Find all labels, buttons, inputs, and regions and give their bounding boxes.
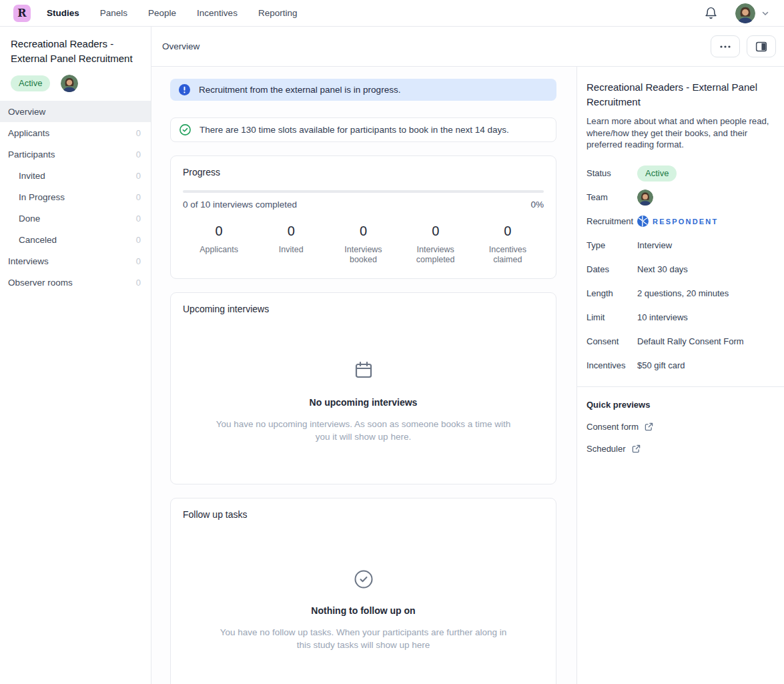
sidebar-item-done[interactable]: Done 0	[0, 208, 151, 229]
consent-form-link-label: Consent form	[586, 422, 639, 432]
detail-row-consent: Consent Default Rally Consent Form	[586, 330, 775, 354]
rally-logo[interactable]: R	[13, 5, 31, 22]
detail-label: Status	[586, 168, 637, 178]
sidebar-item-observer-rooms[interactable]: Observer rooms 0	[0, 272, 151, 293]
sidebar-item-overview[interactable]: Overview	[0, 101, 151, 122]
detail-label: Type	[586, 240, 637, 250]
sidebar-item-label: Invited	[19, 171, 45, 181]
quick-previews-title: Quick previews	[586, 400, 775, 410]
follow-up-empty-title: Nothing to follow up on	[311, 605, 415, 616]
sidebar-item-label: Overview	[8, 107, 45, 117]
follow-up-empty-state: Nothing to follow up on You have no foll…	[183, 520, 544, 651]
external-link-icon	[645, 422, 653, 431]
sidebar-item-label: Observer rooms	[8, 278, 73, 288]
panel-divider	[577, 386, 784, 387]
stat-label: Incentives claimed	[480, 245, 535, 265]
top-nav-right	[704, 3, 769, 23]
detail-value: Default Rally Consent Form	[637, 336, 744, 346]
stat-value: 0	[327, 224, 399, 239]
detail-value: 10 interviews	[637, 312, 688, 322]
top-nav: R Studies Panels People Incentives Repor…	[0, 0, 784, 27]
sidebar-item-invited[interactable]: Invited 0	[0, 165, 151, 186]
detail-row-recruitment: Recruitment RESPONDENT	[586, 210, 775, 234]
detail-row-incentives: Incentives $50 gift card	[586, 354, 775, 378]
sidebar-item-applicants[interactable]: Applicants 0	[0, 122, 151, 143]
details-study-title: Recreational Readers - External Panel Re…	[586, 80, 775, 109]
study-meta: Active	[0, 75, 151, 92]
stat-incentives-claimed: 0 Incentives claimed	[472, 224, 544, 265]
sidebar-item-interviews[interactable]: Interviews 0	[0, 250, 151, 272]
progress-card: Progress 0 of 10 interviews completed 0%…	[170, 155, 556, 279]
stat-interviews-completed: 0 Interviews completed	[400, 224, 472, 265]
scheduler-link[interactable]: Scheduler	[586, 444, 641, 454]
respondent-logo-icon	[637, 216, 649, 227]
nav-item-panels[interactable]: Panels	[100, 8, 127, 18]
study-nav: Overview Applicants 0 Participants 0 Inv…	[0, 101, 151, 293]
toggle-side-panel-button[interactable]	[747, 35, 776, 57]
sidebar-item-label: Done	[19, 214, 40, 224]
status-badge: Active	[11, 75, 50, 91]
scheduler-link-label: Scheduler	[586, 444, 626, 454]
rally-logo-letter: R	[17, 8, 26, 19]
team-member-avatar	[637, 190, 653, 206]
detail-value: $50 gift card	[637, 360, 685, 370]
calendar-icon	[353, 360, 374, 381]
sidebar-item-count: 0	[136, 149, 141, 159]
sidebar-item-label: In Progress	[19, 192, 65, 202]
sidebar-item-label: Participants	[8, 149, 55, 159]
respondent-logo: RESPONDENT	[637, 216, 718, 227]
detail-label: Recruitment	[586, 216, 637, 226]
recruitment-info-banner: Recruitment from the external panel is i…	[170, 79, 556, 101]
time-slots-text: There are 130 time slots available for p…	[200, 125, 509, 135]
nav-item-incentives[interactable]: Incentives	[197, 8, 238, 18]
stat-label: Interviews booked	[336, 245, 390, 265]
more-actions-button[interactable]	[711, 35, 740, 57]
stat-interviews-booked: 0 Interviews booked	[327, 224, 399, 265]
recruitment-info-text: Recruitment from the external panel is i…	[199, 85, 400, 95]
consent-form-link[interactable]: Consent form	[586, 422, 653, 432]
follow-up-tasks-title: Follow up tasks	[183, 509, 544, 520]
ellipsis-icon	[720, 45, 731, 48]
follow-up-empty-text: You have no follow up tasks. When your p…	[218, 626, 510, 651]
detail-label: Team	[586, 192, 637, 202]
app-root: R Studies Panels People Incentives Repor…	[0, 0, 784, 684]
user-menu-chevron-down-icon[interactable]	[761, 9, 769, 17]
sidebar-item-label: Interviews	[8, 256, 49, 266]
sidebar-item-count: 0	[136, 171, 141, 181]
info-icon	[179, 84, 190, 95]
stat-label: Applicants	[191, 245, 246, 255]
upcoming-empty-title: No upcoming interviews	[310, 397, 418, 408]
content-header: Overview	[151, 27, 784, 67]
nav-item-studies[interactable]: Studies	[47, 8, 79, 18]
study-sidebar: Recreational Readers - External Panel Re…	[0, 27, 151, 684]
sidebar-item-canceled[interactable]: Canceled 0	[0, 229, 151, 250]
respondent-logo-text: RESPONDENT	[653, 218, 718, 226]
sidebar-item-participants[interactable]: Participants 0	[0, 143, 151, 165]
detail-label: Length	[586, 288, 637, 298]
detail-row-limit: Limit 10 interviews	[586, 306, 775, 330]
app-shell: Recreational Readers - External Panel Re…	[0, 27, 784, 684]
detail-label: Dates	[586, 264, 637, 274]
nav-item-reporting[interactable]: Reporting	[258, 8, 298, 18]
primary-nav: Studies Panels People Incentives Reporti…	[47, 8, 297, 18]
detail-label: Limit	[586, 312, 637, 322]
sidebar-item-label: Canceled	[19, 235, 57, 245]
notifications-bell-icon[interactable]	[704, 6, 718, 20]
detail-value: 2 questions, 20 minutes	[637, 288, 729, 298]
header-actions	[711, 35, 776, 57]
progress-summary-row: 0 of 10 interviews completed 0%	[183, 200, 544, 210]
detail-label: Incentives	[586, 360, 637, 370]
sidebar-item-count: 0	[136, 214, 141, 224]
progress-bar	[183, 190, 544, 193]
nav-item-people[interactable]: People	[148, 8, 176, 18]
detail-row-dates: Dates Next 30 days	[586, 258, 775, 282]
user-avatar[interactable]	[735, 3, 755, 23]
stat-value: 0	[472, 224, 544, 239]
upcoming-empty-state: No upcoming interviews You have no upcom…	[183, 314, 544, 443]
progress-summary: 0 of 10 interviews completed	[183, 200, 297, 210]
upcoming-interviews-card: Upcoming interviews No upcoming intervie…	[170, 292, 556, 484]
sidebar-item-count: 0	[136, 192, 141, 202]
details-study-description: Learn more about what and when people re…	[586, 115, 775, 151]
sidebar-item-in-progress[interactable]: In Progress 0	[0, 186, 151, 208]
upcoming-interviews-title: Upcoming interviews	[183, 304, 544, 314]
